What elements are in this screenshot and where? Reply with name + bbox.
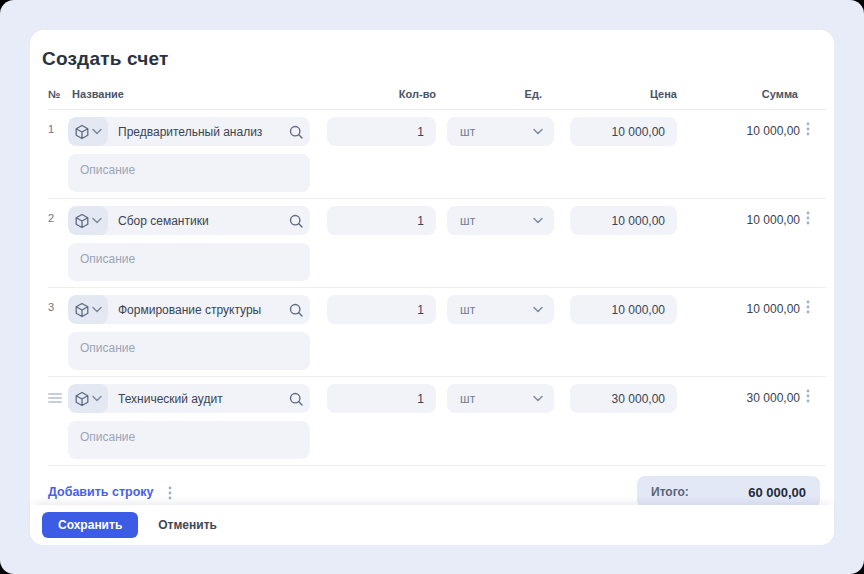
- item-name-input[interactable]: [108, 125, 282, 139]
- chevron-down-icon: [92, 395, 102, 402]
- page-title: Создать счет: [42, 48, 834, 70]
- row-sum: 30 000,00: [677, 384, 806, 405]
- price-input[interactable]: [570, 117, 677, 146]
- form-footer: Сохранить Отменить: [30, 505, 834, 545]
- item-search-button[interactable]: [282, 125, 310, 139]
- product-cube-icon: [74, 213, 90, 229]
- unit-value: шт: [460, 214, 475, 228]
- unit-select[interactable]: шт: [447, 384, 554, 413]
- table-row: 3: [48, 288, 826, 377]
- description-textarea[interactable]: [68, 332, 310, 370]
- unit-select[interactable]: шт: [447, 117, 554, 146]
- chevron-down-icon: [92, 128, 102, 135]
- description-textarea[interactable]: [68, 154, 310, 192]
- save-button[interactable]: Сохранить: [42, 512, 138, 538]
- kebab-icon: [168, 486, 172, 500]
- unit-value: шт: [460, 303, 475, 317]
- total-box: Итого: 60 000,00: [637, 476, 820, 505]
- chevron-down-icon: [533, 395, 543, 402]
- quantity-input[interactable]: [327, 295, 436, 324]
- header-unit: Ед.: [447, 88, 554, 100]
- item-search-button[interactable]: [282, 392, 310, 406]
- row-sum: 10 000,00: [677, 206, 806, 227]
- table-header-row: № Название Кол-во Ед. Цена Сумма: [48, 80, 826, 110]
- product-type-selector[interactable]: [68, 206, 108, 235]
- chevron-down-icon: [533, 306, 543, 313]
- product-cube-icon: [74, 302, 90, 318]
- description-textarea[interactable]: [68, 243, 310, 281]
- table-row: 1: [48, 110, 826, 199]
- price-input[interactable]: [570, 384, 677, 413]
- price-input[interactable]: [570, 206, 677, 235]
- search-icon: [289, 303, 303, 317]
- create-invoice-card: Создать счет № Название Кол-во Ед. Цена …: [30, 30, 834, 545]
- drag-handle-icon[interactable]: [48, 384, 68, 405]
- item-search-button[interactable]: [282, 214, 310, 228]
- product-cube-icon: [74, 391, 90, 407]
- cancel-button[interactable]: Отменить: [158, 518, 217, 532]
- header-num: №: [48, 88, 68, 100]
- kebab-icon: [806, 211, 810, 225]
- item-name-field: [68, 117, 310, 146]
- header-price: Цена: [570, 88, 677, 100]
- search-icon: [289, 214, 303, 228]
- add-row-menu-button[interactable]: [168, 484, 188, 500]
- header-qty: Кол-во: [327, 88, 436, 100]
- row-menu-button[interactable]: [806, 206, 826, 225]
- row-menu-button[interactable]: [806, 117, 826, 136]
- description-textarea[interactable]: [68, 421, 310, 459]
- kebab-icon: [806, 122, 810, 136]
- row-number: 3: [48, 295, 68, 313]
- chevron-down-icon: [533, 217, 543, 224]
- row-sum: 10 000,00: [677, 295, 806, 316]
- header-sum: Сумма: [677, 88, 806, 100]
- total-value: 60 000,00: [748, 485, 806, 500]
- price-input[interactable]: [570, 295, 677, 324]
- item-name-input[interactable]: [108, 392, 282, 406]
- chevron-down-icon: [92, 306, 102, 313]
- product-type-selector[interactable]: [68, 384, 108, 413]
- table-row: шт 30 000,00: [48, 377, 826, 466]
- chevron-down-icon: [533, 128, 543, 135]
- row-menu-button[interactable]: [806, 295, 826, 314]
- row-number: 1: [48, 117, 68, 135]
- quantity-input[interactable]: [327, 384, 436, 413]
- item-search-button[interactable]: [282, 303, 310, 317]
- invoice-form: Создать счет № Название Кол-во Ед. Цена …: [30, 30, 834, 505]
- item-name-field: [68, 295, 310, 324]
- item-name-input[interactable]: [108, 303, 282, 317]
- table-row: 2: [48, 199, 826, 288]
- row-number: 2: [48, 206, 68, 224]
- unit-select[interactable]: шт: [447, 295, 554, 324]
- unit-value: шт: [460, 392, 475, 406]
- item-name-field: [68, 206, 310, 235]
- row-menu-button[interactable]: [806, 384, 826, 403]
- unit-select[interactable]: шт: [447, 206, 554, 235]
- quantity-input[interactable]: [327, 206, 436, 235]
- kebab-icon: [806, 389, 810, 403]
- search-icon: [289, 392, 303, 406]
- add-row-button[interactable]: Добавить строку: [48, 485, 154, 499]
- product-type-selector[interactable]: [68, 295, 108, 324]
- kebab-icon: [806, 300, 810, 314]
- app-screen: Создать счет № Название Кол-во Ед. Цена …: [0, 0, 864, 574]
- item-name-field: [68, 384, 310, 413]
- unit-value: шт: [460, 125, 475, 139]
- product-cube-icon: [74, 124, 90, 140]
- search-icon: [289, 125, 303, 139]
- total-label: Итого:: [651, 485, 689, 499]
- product-type-selector[interactable]: [68, 117, 108, 146]
- invoice-items-table: № Название Кол-во Ед. Цена Сумма 1: [48, 80, 826, 466]
- chevron-down-icon: [92, 217, 102, 224]
- quantity-input[interactable]: [327, 117, 436, 146]
- item-name-input[interactable]: [108, 214, 282, 228]
- header-name: Название: [68, 88, 310, 100]
- table-bottom-bar: Добавить строку Итого: 60 000,00: [48, 476, 820, 505]
- row-sum: 10 000,00: [677, 117, 806, 138]
